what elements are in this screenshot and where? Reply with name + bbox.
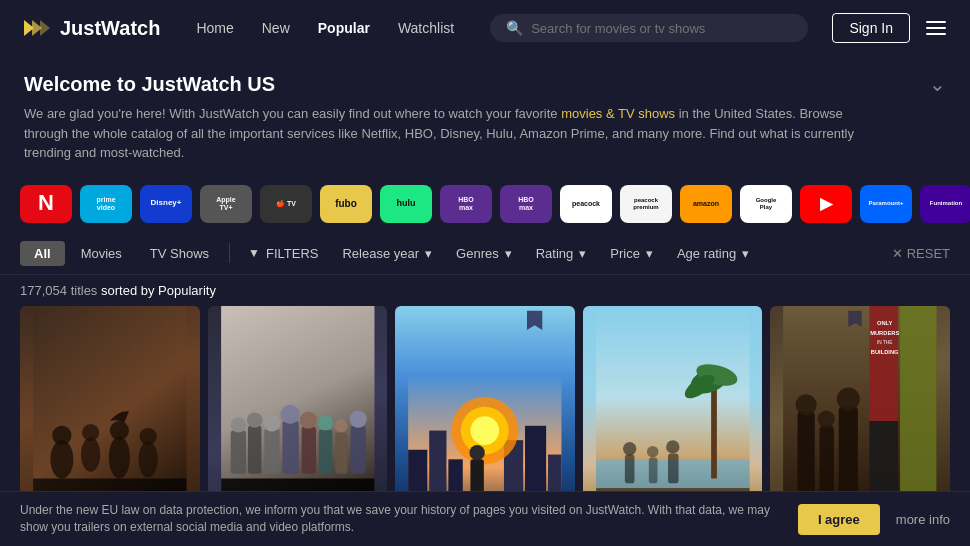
service-hulu[interactable]: hulu xyxy=(380,185,432,223)
rating-button[interactable]: Rating ▾ xyxy=(526,241,597,266)
svg-point-32 xyxy=(349,410,366,427)
service-youtube[interactable]: ▶ xyxy=(800,185,852,223)
cookie-banner: Under the new EU law on data protection,… xyxy=(0,491,970,546)
svg-point-22 xyxy=(263,414,280,431)
results-count: 177,054 xyxy=(20,283,67,298)
menu-icon-line1 xyxy=(926,21,946,23)
age-rating-button[interactable]: Age rating ▾ xyxy=(667,241,759,266)
svg-rect-49 xyxy=(711,382,717,478)
welcome-title: Welcome to JustWatch US xyxy=(24,73,275,96)
filter-divider xyxy=(229,243,230,263)
sort-by-button[interactable]: sorted by Popularity xyxy=(101,283,216,298)
rating-chevron: ▾ xyxy=(579,246,586,261)
genres-label: Genres xyxy=(456,246,499,261)
menu-button[interactable] xyxy=(922,17,950,39)
filter-all-button[interactable]: All xyxy=(20,241,65,266)
svg-point-6 xyxy=(81,437,100,472)
svg-point-11 xyxy=(140,427,157,444)
welcome-header: Welcome to JustWatch US ⌄ xyxy=(24,72,946,96)
svg-rect-55 xyxy=(649,457,658,483)
welcome-section: Welcome to JustWatch US ⌄ We are glad yo… xyxy=(0,56,970,175)
service-peacock[interactable]: peacock xyxy=(560,185,612,223)
filter-icon: ▼ xyxy=(248,246,260,260)
svg-rect-21 xyxy=(264,428,279,473)
reset-button[interactable]: ✕ RESET xyxy=(892,246,950,261)
rating-label: Rating xyxy=(536,246,574,261)
svg-rect-57 xyxy=(668,453,679,483)
nav-popular[interactable]: Popular xyxy=(306,14,382,42)
svg-rect-53 xyxy=(625,454,635,483)
service-appletv[interactable]: 🍎 TV xyxy=(260,185,312,223)
svg-point-9 xyxy=(110,421,129,440)
menu-icon-line2 xyxy=(926,27,946,29)
svg-text:IN THE: IN THE xyxy=(877,340,893,345)
svg-point-28 xyxy=(318,415,333,430)
service-fubo[interactable]: fubo xyxy=(320,185,372,223)
svg-rect-27 xyxy=(318,429,331,473)
svg-rect-19 xyxy=(248,425,261,473)
logo[interactable]: JustWatch xyxy=(20,16,160,40)
sign-in-button[interactable]: Sign In xyxy=(832,13,910,43)
svg-point-66 xyxy=(796,394,817,415)
svg-rect-67 xyxy=(820,425,834,497)
service-prime[interactable]: primevideo xyxy=(80,185,132,223)
svg-rect-65 xyxy=(798,411,815,497)
svg-point-20 xyxy=(247,412,262,427)
svg-marker-2 xyxy=(40,20,50,36)
highlight-link[interactable]: movies & TV shows xyxy=(561,106,675,121)
cookie-more-button[interactable]: more info xyxy=(896,512,950,527)
welcome-collapse-button[interactable]: ⌄ xyxy=(929,72,946,96)
service-paramount[interactable]: Paramount+ xyxy=(860,185,912,223)
svg-point-58 xyxy=(666,440,679,453)
search-bar[interactable]: 🔍 xyxy=(490,14,808,42)
nav-new[interactable]: New xyxy=(250,14,302,42)
price-button[interactable]: Price ▾ xyxy=(600,241,663,266)
svg-rect-29 xyxy=(335,432,347,473)
release-year-chevron: ▾ xyxy=(425,246,432,261)
search-icon: 🔍 xyxy=(506,20,523,36)
svg-point-68 xyxy=(818,410,835,427)
filters-label: FILTERS xyxy=(266,246,319,261)
release-year-button[interactable]: Release year ▾ xyxy=(332,241,442,266)
service-appletv-plus[interactable]: AppleTV+ xyxy=(200,185,252,223)
genres-chevron: ▾ xyxy=(505,246,512,261)
service-google-play[interactable]: GooglePlay xyxy=(740,185,792,223)
menu-icon-line3 xyxy=(926,33,946,35)
service-netflix[interactable]: N xyxy=(20,185,72,223)
main-nav: Home New Popular Watchlist xyxy=(184,14,466,42)
service-funimation[interactable]: Funimation xyxy=(920,185,970,223)
svg-point-24 xyxy=(280,404,299,423)
svg-point-42 xyxy=(471,416,500,445)
cookie-text: Under the new EU law on data protection,… xyxy=(20,502,782,536)
service-hbomax2[interactable]: HBOmax xyxy=(500,185,552,223)
price-chevron: ▾ xyxy=(646,246,653,261)
svg-rect-31 xyxy=(350,425,365,473)
service-hbomax[interactable]: HBOmax xyxy=(440,185,492,223)
svg-rect-17 xyxy=(230,430,245,473)
release-year-label: Release year xyxy=(342,246,419,261)
svg-rect-69 xyxy=(839,406,858,497)
search-input[interactable] xyxy=(531,21,792,36)
filter-tv-shows-button[interactable]: TV Shows xyxy=(138,241,221,266)
header: JustWatch Home New Popular Watchlist 🔍 S… xyxy=(0,0,970,56)
filters-bar: All Movies TV Shows ▼ FILTERS Release ye… xyxy=(0,233,970,275)
svg-point-54 xyxy=(623,442,636,455)
svg-point-8 xyxy=(109,436,130,478)
service-amazon[interactable]: amazon xyxy=(680,185,732,223)
svg-point-30 xyxy=(334,419,347,432)
reset-label: RESET xyxy=(907,246,950,261)
svg-point-4 xyxy=(50,440,73,478)
svg-point-5 xyxy=(52,425,71,444)
filter-movies-button[interactable]: Movies xyxy=(69,241,134,266)
services-row: N primevideo Disney+ AppleTV+ 🍎 TV fubo … xyxy=(0,175,970,233)
svg-point-70 xyxy=(837,387,860,410)
genres-button[interactable]: Genres ▾ xyxy=(446,241,522,266)
service-disney[interactable]: Disney+ xyxy=(140,185,192,223)
cookie-agree-button[interactable]: I agree xyxy=(798,504,880,535)
nav-watchlist[interactable]: Watchlist xyxy=(386,14,466,42)
svg-text:MURDERS: MURDERS xyxy=(871,329,900,335)
filters-button[interactable]: ▼ FILTERS xyxy=(238,241,328,266)
svg-point-56 xyxy=(647,445,659,457)
nav-home[interactable]: Home xyxy=(184,14,245,42)
service-peacock-premium[interactable]: peacockpremium xyxy=(620,185,672,223)
